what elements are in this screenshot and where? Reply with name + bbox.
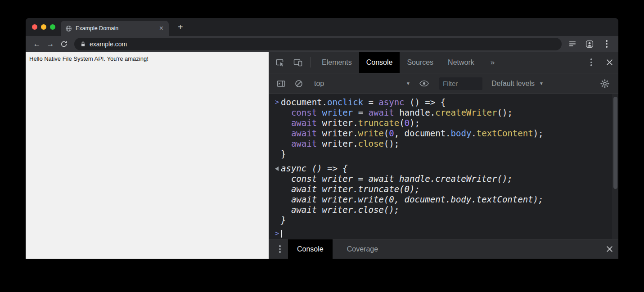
console-log: >document.onclick = async () => { const … bbox=[269, 96, 618, 227]
more-tools-icon[interactable] bbox=[582, 52, 600, 73]
devtools-toolbar: ElementsConsoleSourcesNetwork » bbox=[269, 52, 618, 73]
log-levels-select[interactable]: Default levels ▼ bbox=[485, 80, 550, 88]
device-toolbar-icon[interactable] bbox=[289, 52, 307, 73]
profile-icon[interactable] bbox=[582, 38, 597, 50]
window-content: Hello Native File System API. You're ama… bbox=[26, 52, 618, 259]
tab-sources[interactable]: Sources bbox=[400, 52, 441, 73]
page-text: Hello Native File System API. You're ama… bbox=[29, 55, 149, 62]
console-prompt[interactable]: > bbox=[269, 227, 618, 239]
window-controls bbox=[26, 24, 61, 30]
console-entry-result: async () => { const writer = await handl… bbox=[269, 162, 618, 227]
zoom-window-icon[interactable] bbox=[50, 24, 55, 30]
tab-strip: Example Domain × + bbox=[26, 18, 618, 36]
drawer-tab-bar: ConsoleCoverage bbox=[269, 239, 618, 259]
levels-label: Default levels bbox=[491, 80, 535, 88]
extension-lines-icon[interactable] bbox=[565, 38, 580, 50]
execution-context-select[interactable]: top ▼ bbox=[308, 80, 415, 88]
chevron-down-icon: ▼ bbox=[406, 81, 410, 86]
filter-input[interactable] bbox=[439, 77, 482, 90]
tab-title: Example Domain bbox=[76, 25, 155, 31]
devtools-tabs: ElementsConsoleSourcesNetwork bbox=[315, 52, 482, 73]
url-text: example.com bbox=[90, 40, 127, 48]
console-messages: >document.onclick = async () => { const … bbox=[269, 94, 618, 239]
drawer-tabs: ConsoleCoverage bbox=[288, 239, 387, 259]
close-window-icon[interactable] bbox=[32, 24, 37, 30]
reload-icon[interactable] bbox=[57, 38, 71, 50]
console-toolbar: top ▼ Default levels ▼ bbox=[269, 73, 618, 94]
tab-close-icon[interactable]: × bbox=[158, 25, 164, 32]
page-content[interactable]: Hello Native File System API. You're ama… bbox=[26, 52, 269, 259]
tab-elements[interactable]: Elements bbox=[315, 52, 359, 73]
inspect-icon[interactable] bbox=[271, 52, 289, 73]
console-entry-command: >document.onclick = async () => { const … bbox=[269, 96, 618, 161]
url-bar[interactable]: example.com bbox=[74, 38, 562, 50]
minimize-window-icon[interactable] bbox=[41, 24, 46, 30]
new-tab-button[interactable]: + bbox=[174, 21, 187, 33]
drawer-tab-console[interactable]: Console bbox=[288, 239, 333, 259]
browser-actions bbox=[565, 38, 614, 50]
close-devtools-icon[interactable] bbox=[600, 52, 618, 73]
drawer-menu-icon[interactable] bbox=[272, 239, 288, 259]
devtools-panel: ElementsConsoleSourcesNetwork » bbox=[269, 52, 618, 259]
settings-gear-icon[interactable] bbox=[596, 79, 614, 88]
context-label: top bbox=[314, 80, 324, 88]
forward-icon[interactable]: → bbox=[44, 38, 57, 50]
chevron-down-icon: ▼ bbox=[539, 81, 544, 86]
browser-tab[interactable]: Example Domain × bbox=[61, 21, 169, 36]
text-cursor bbox=[281, 230, 282, 238]
back-icon[interactable]: ← bbox=[30, 38, 44, 50]
drawer-tab-coverage[interactable]: Coverage bbox=[338, 239, 387, 259]
lock-icon[interactable] bbox=[81, 41, 86, 47]
chrome-menu-icon[interactable] bbox=[599, 38, 614, 50]
console-sidebar-icon[interactable] bbox=[272, 80, 290, 87]
more-tabs-icon[interactable]: » bbox=[482, 52, 504, 73]
tab-network[interactable]: Network bbox=[441, 52, 482, 73]
toolbar-divider bbox=[311, 57, 311, 67]
scrollbar-thumb[interactable] bbox=[613, 97, 617, 189]
prompt-chevron: > bbox=[269, 229, 281, 239]
clear-console-icon[interactable] bbox=[290, 80, 308, 88]
scrollbar-track[interactable] bbox=[612, 94, 618, 239]
eye-icon[interactable] bbox=[415, 80, 433, 87]
navigation-bar: ← → example.com bbox=[26, 36, 618, 52]
return-value-arrow-icon bbox=[275, 166, 279, 171]
close-drawer-icon[interactable] bbox=[600, 239, 618, 259]
tab-console[interactable]: Console bbox=[359, 52, 400, 73]
browser-window: Example Domain × + ← → example.com bbox=[26, 18, 618, 259]
globe-favicon-icon bbox=[65, 25, 72, 32]
